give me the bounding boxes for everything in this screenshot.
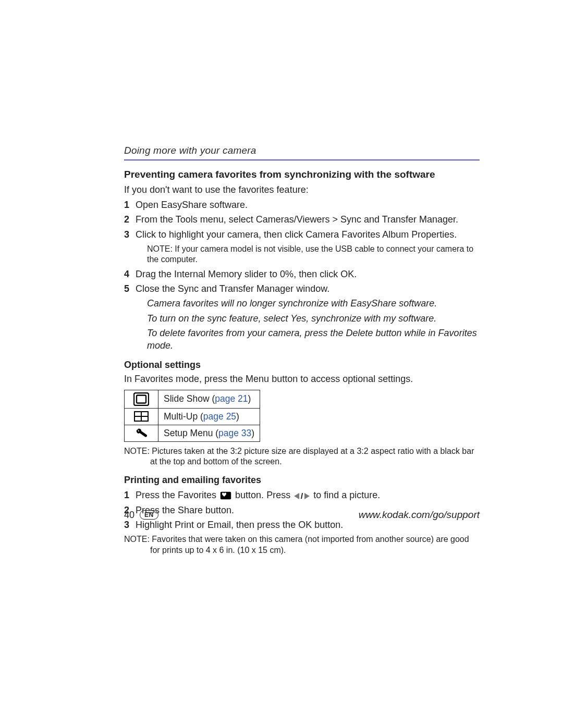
page: Doing more with your camera Preventing c…: [0, 0, 563, 728]
running-head: Doing more with your camera: [124, 145, 480, 161]
slideshow-link[interactable]: page 21: [215, 393, 248, 404]
step-5: Close the Sync and Transfer Manager wind…: [124, 282, 480, 352]
step-4: Drag the Internal Memory slider to 0%, t…: [124, 268, 480, 280]
print-step-1a: Press the Favorites: [136, 490, 219, 500]
note-label: NOTE:: [147, 244, 173, 253]
table-row: Multi-Up (page 25): [125, 408, 260, 425]
heading-preventing-sync: Preventing camera favorites from synchro…: [124, 169, 480, 180]
note-text: Pictures taken at the 3:2 picture size a…: [150, 447, 474, 466]
slideshow-label-cell: Slide Show (page 21): [158, 390, 260, 408]
svg-text:/: /: [301, 492, 303, 500]
note-text: Favorites that were taken on this camera…: [150, 535, 469, 554]
note-print-size: NOTE: Favorites that were taken on this …: [124, 534, 480, 556]
note-3-2-ratio: NOTE: Pictures taken at the 3:2 picture …: [124, 446, 480, 468]
step-3-text: Click to highlight your camera, then cli…: [136, 229, 457, 240]
slideshow-label: Slide Show (: [164, 393, 215, 404]
svg-marker-7: [294, 493, 299, 499]
result-line-3: To delete favorites from your camera, pr…: [147, 327, 480, 352]
result-line-2: To turn on the sync feature, select Yes,…: [147, 312, 480, 325]
setup-label: Setup Menu (: [164, 428, 218, 438]
slideshow-icon-cell: [125, 390, 158, 408]
step-5-text: Close the Sync and Transfer Manager wind…: [136, 283, 329, 294]
step-3: Click to highlight your camera, then cli…: [124, 228, 480, 265]
multiup-icon-cell: [125, 408, 158, 425]
svg-rect-6: [229, 493, 231, 498]
multiup-label-cell: Multi-Up (page 25): [158, 408, 260, 425]
heading-optional-settings: Optional settings: [124, 360, 480, 371]
print-step-1c: to find a picture.: [313, 490, 380, 500]
slideshow-close: ): [248, 393, 251, 404]
heading-printing-emailing: Printing and emailing favorites: [124, 475, 480, 486]
note-text: If your camera model is not visible, use…: [147, 244, 473, 264]
svg-rect-1: [137, 395, 146, 403]
multiup-icon: [128, 411, 155, 422]
footer-left: 40 EN: [124, 510, 158, 521]
table-row: Setup Menu (page 33): [125, 425, 260, 441]
table-row: Slide Show (page 21): [125, 390, 260, 408]
note-usb: NOTE: If your camera model is not visibl…: [147, 244, 480, 265]
slideshow-icon: [128, 392, 155, 406]
step-2: From the Tools menu, select Cameras/View…: [124, 213, 480, 226]
print-step-1: Press the Favorites button. Press / to f…: [124, 489, 480, 501]
setup-label-cell: Setup Menu (page 33): [158, 425, 260, 441]
wrench-icon: [128, 427, 155, 439]
multiup-close: ): [236, 411, 239, 422]
intro-text: If you don't want to use the favorites f…: [124, 184, 480, 195]
print-step-1b: button. Press: [235, 490, 293, 500]
multiup-link[interactable]: page 25: [203, 411, 236, 422]
page-footer: 40 EN www.kodak.com/go/support: [124, 509, 480, 521]
setup-close: ): [251, 428, 254, 438]
optional-intro: In Favorites mode, press the Menu button…: [124, 374, 480, 385]
note-label: NOTE:: [124, 447, 150, 455]
setup-link[interactable]: page 33: [218, 428, 251, 438]
note-label: NOTE:: [124, 535, 150, 544]
left-right-arrows-icon: /: [294, 490, 312, 500]
multiup-label: Multi-Up (: [164, 411, 203, 422]
result-line-1: Camera favorites will no longer synchron…: [147, 297, 480, 310]
setup-icon-cell: [125, 425, 158, 441]
steps-preventing: Open EasyShare software. From the Tools …: [124, 199, 480, 352]
svg-marker-9: [304, 493, 310, 499]
support-url[interactable]: www.kodak.com/go/support: [359, 509, 480, 521]
page-number: 40: [124, 510, 134, 521]
language-badge: EN: [140, 510, 158, 520]
step-1: Open EasyShare software.: [124, 199, 480, 211]
favorites-icon: [220, 490, 234, 500]
options-table: Slide Show (page 21) Multi-Up (page 25): [124, 390, 260, 442]
